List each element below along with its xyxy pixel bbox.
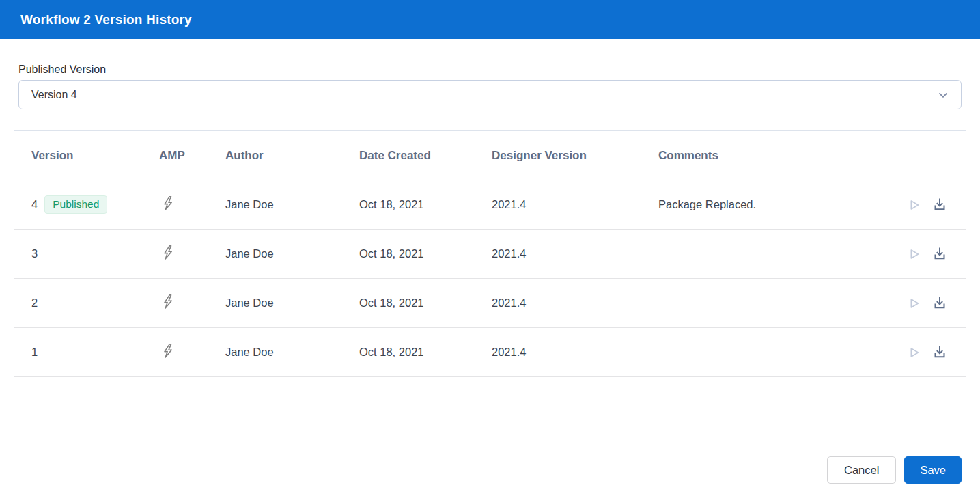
version-cell: 4 Published	[14, 195, 159, 215]
table-row: 1 Jane Doe Oct 18, 2021 2021.4	[14, 328, 966, 377]
column-header-date-created: Date Created	[359, 149, 492, 163]
column-header-amp: AMP	[159, 149, 225, 163]
download-icon[interactable]	[932, 197, 948, 213]
published-version-label: Published Version	[18, 64, 962, 76]
version-cell: 2	[14, 297, 159, 309]
row-actions	[889, 197, 966, 213]
version-cell: 1	[14, 346, 159, 359]
published-version-select[interactable]: Version 4	[18, 80, 962, 109]
row-actions	[889, 246, 966, 262]
author-cell: Jane Doe	[225, 247, 359, 260]
version-number: 3	[31, 247, 38, 260]
date-created-cell: Oct 18, 2021	[359, 247, 492, 260]
author-cell: Jane Doe	[225, 297, 359, 309]
table-body: 4 Published Jane Doe Oct 18, 2021 2021.4…	[14, 180, 966, 377]
cancel-button[interactable]: Cancel	[827, 456, 896, 484]
play-icon[interactable]	[906, 296, 921, 311]
author-cell: Jane Doe	[225, 198, 359, 211]
author-cell: Jane Doe	[225, 346, 359, 359]
play-icon[interactable]	[906, 345, 921, 360]
dialog-title: Workflow 2 Version History	[20, 12, 192, 27]
download-icon[interactable]	[932, 344, 948, 361]
column-header-comments: Comments	[658, 149, 889, 163]
version-history-dialog: Workflow 2 Version History Published Ver…	[0, 0, 980, 496]
designer-version-cell: 2021.4	[492, 346, 658, 359]
version-number: 4	[31, 198, 38, 211]
published-version-selected-value: Version 4	[31, 89, 77, 101]
chevron-down-icon	[936, 88, 950, 102]
row-actions	[889, 295, 966, 312]
dialog-footer: Cancel Save	[0, 456, 980, 496]
play-icon[interactable]	[906, 197, 921, 212]
table-row: 3 Jane Doe Oct 18, 2021 2021.4	[14, 230, 966, 279]
column-header-designer-version: Designer Version	[492, 149, 658, 163]
designer-version-cell: 2021.4	[492, 247, 658, 260]
amp-cell	[159, 293, 225, 313]
version-table: Version AMP Author Date Created Designer…	[14, 131, 966, 377]
save-button[interactable]: Save	[904, 456, 962, 484]
designer-version-cell: 2021.4	[492, 198, 658, 211]
lightning-icon	[159, 244, 176, 264]
dialog-header: Workflow 2 Version History	[0, 0, 980, 39]
amp-cell	[159, 195, 225, 215]
download-icon[interactable]	[932, 246, 948, 262]
amp-cell	[159, 244, 225, 264]
version-number: 2	[31, 297, 38, 309]
lightning-icon	[159, 342, 176, 362]
published-status-badge: Published	[44, 195, 107, 215]
version-number: 1	[31, 346, 38, 359]
amp-cell	[159, 342, 225, 362]
table-row: 2 Jane Doe Oct 18, 2021 2021.4	[14, 279, 966, 328]
date-created-cell: Oct 18, 2021	[359, 297, 492, 309]
column-header-version: Version	[14, 149, 159, 163]
designer-version-cell: 2021.4	[492, 297, 658, 309]
lightning-icon	[159, 195, 176, 215]
row-actions	[889, 344, 966, 361]
column-header-author: Author	[225, 149, 359, 163]
play-icon[interactable]	[906, 247, 921, 262]
download-icon[interactable]	[932, 295, 948, 312]
date-created-cell: Oct 18, 2021	[359, 346, 492, 359]
lightning-icon	[159, 293, 176, 313]
table-header-row: Version AMP Author Date Created Designer…	[14, 131, 966, 180]
date-created-cell: Oct 18, 2021	[359, 198, 492, 211]
published-version-section: Published Version Version 4	[0, 64, 980, 109]
comments-cell: Package Replaced.	[658, 198, 889, 211]
table-row: 4 Published Jane Doe Oct 18, 2021 2021.4…	[14, 180, 966, 230]
version-cell: 3	[14, 247, 159, 260]
